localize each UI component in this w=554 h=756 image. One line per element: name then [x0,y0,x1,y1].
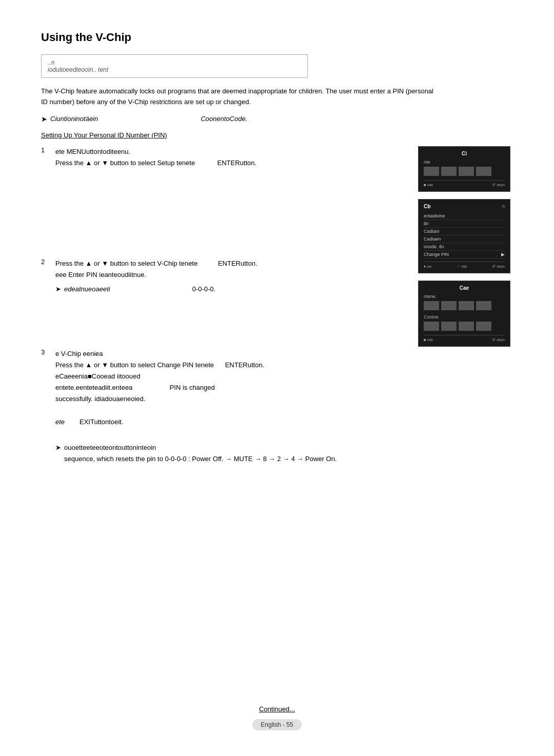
step3-text5: successfully. idiadouaeneoied. [55,393,513,405]
panel2-header: Cb n [424,204,505,209]
menu-item-change-pin[interactable]: Change PIN ▶ [424,251,505,258]
panel3-new-label: ntene. [424,294,505,299]
panel1-return-btn: ↺ etun [492,183,505,187]
panel3-pin-new [424,301,505,310]
tip1-arrow: ➤ [41,115,47,123]
panel2-move: ♦ oe [424,264,431,269]
panel3-pin-confirm [424,322,505,331]
step3-text6: ete EXITuttontoeit. [55,416,513,428]
pin-new-4 [476,301,491,310]
step2-tip-right: 0-0-0-0. [192,284,216,295]
panel2-return: ↺ etun [492,264,505,269]
steps-and-panels: 1 ete MENUuttontoditeenu. Press the ▲ or… [41,146,513,465]
step3-number: 3 [41,348,51,465]
pin-confirm-2 [441,322,457,331]
pin-confirm-3 [459,322,474,331]
pin-confirm-1 [424,322,439,331]
panel3-confirm-label: Conine. [424,314,505,320]
section-title: Setting Up Your Personal ID Number (PIN) [41,131,513,139]
info-line1: ..n [48,59,301,66]
step3-tip-arrow: ➤ [55,442,61,453]
step2-tip-text: edeatnueoaeeti [64,284,110,295]
pin-confirm-4 [476,322,491,331]
panel3-footer: ■ nte ↺ etun [424,335,505,342]
panel2-title-left: Cb [424,204,430,209]
pin-box-3 [459,167,474,176]
panel-1: Ci nte ■ nte ↺ etun [418,146,510,192]
step3-text2: Press the ▲ or ▼ button to select Change… [55,360,513,371]
step3-text1: e V-Chip eeniea [55,348,513,360]
page-number: 55 [286,721,293,728]
panel3-enter: ■ nte [424,337,433,342]
step1-number: 1 [41,146,51,169]
tip1-right: CoonentoCode. [201,115,247,123]
pin-new-1 [424,301,439,310]
step3-content: e V-Chip eeniea Press the ▲ or ▼ button … [55,348,513,465]
panel1-footer: ■ nte ↺ etun [424,180,505,187]
step3-text3: eCaeeenia■Cooead iitooued [55,371,513,382]
pin-new-3 [459,301,474,310]
menu-item-1: tln [424,220,505,228]
panel3-return: ↺ etun [492,337,505,342]
panel1-label: nte [424,160,505,165]
continued-link[interactable]: Continued... [259,705,295,713]
tip1-line: ➤ Ciuntioninotäein CoonentoCode. [41,115,513,123]
info-box: ..n iodutioeedteooin.. tent [41,54,308,78]
change-pin-label: Change PIN [424,252,449,257]
pin-new-2 [441,301,457,310]
pin-box-2 [441,167,457,176]
step2-number: 2 [41,258,51,295]
description-text: The V-Chip feature automatically locks o… [41,86,441,108]
panel-2: Cb n entaideine tln Cadiani Cadiaen onod… [418,199,510,273]
language-badge: English - 55 [252,719,301,730]
panel2-enter: ☞ nte [457,264,467,269]
panel2-title-right: n [502,204,505,209]
page-container: Using the V-Chip ..n iodutioeedteooin.. … [0,0,554,518]
menu-item-3: Cadiaen [424,235,505,243]
panels-column: Ci nte ■ nte ↺ etun [418,146,513,347]
menu-item-4: onode. tln [424,243,505,251]
pin-box-4 [476,167,491,176]
language-text: English [261,721,281,728]
panel3-title: Cae [424,285,505,291]
info-line2: iodutioeedteooin.. tent [48,66,301,73]
change-pin-arrow: ▶ [501,252,505,257]
panel2-footer: ♦ oe ☞ nte ↺ etun [424,262,505,269]
pin-box-1 [424,167,439,176]
page-title: Using the V-Chip [41,31,513,44]
step3-tip-content: ouoetteeteeoteontouttoninteoin sequence,… [64,442,337,465]
panel1-pin-inputs [424,167,505,176]
page-footer: Continued... English - 55 [0,705,554,730]
panel1-enter-btn: ■ nte [424,183,433,187]
menu-item-2: Cadiani [424,228,505,235]
step-3-block: 3 e V-Chip eeniea Press the ▲ or ▼ butto… [41,348,513,465]
step3-text4: entete.eenteteadiit.enteea PIN is change… [55,382,513,393]
menu-item-0: entaideine [424,212,505,220]
step3-tip: ➤ ouoetteeteeoteontouttoninteoin sequenc… [55,442,513,465]
panel-3: Cae ntene. Conine. ■ nte ↺ etun [418,281,510,347]
tip1-text: Ciuntioninotäein [50,115,98,123]
panel1-title: Ci [424,151,505,156]
step2-tip-arrow: ➤ [55,284,61,295]
